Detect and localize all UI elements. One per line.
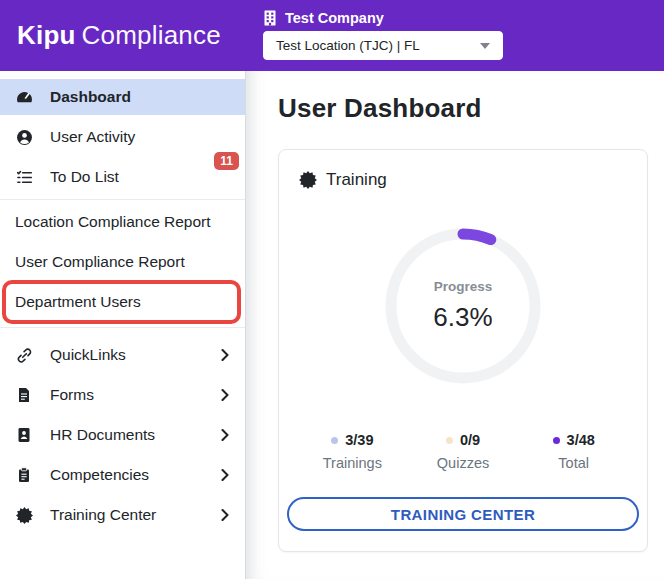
sidebar-divider (0, 199, 245, 200)
company-name: Test Company (285, 10, 384, 26)
link-icon (16, 346, 36, 364)
document-icon (16, 386, 36, 404)
sidebar-item-user-activity[interactable]: User Activity (0, 119, 245, 155)
sidebar-item-location-compliance-report[interactable]: Location Compliance Report (0, 204, 245, 240)
sidebar-divider (0, 327, 245, 328)
brand-kipu: Kipu (17, 20, 76, 50)
id-card-icon (16, 426, 36, 444)
training-card: Training Progress 6.3% (278, 149, 648, 552)
sidebar-item-label: To Do List (50, 168, 119, 186)
brand-compliance: Compliance (82, 20, 221, 50)
sidebar: Dashboard User Activity To Do List 11 Lo… (0, 71, 246, 579)
legend-value: 3/39 (345, 432, 373, 448)
sidebar-item-label: Department Users (15, 293, 141, 311)
location-selected-value: Test Location (TJC) | FL (276, 38, 480, 53)
location-select[interactable]: Test Location (TJC) | FL (263, 31, 503, 60)
legend-dot (553, 437, 560, 444)
seal-icon (299, 171, 317, 189)
chevron-right-icon (221, 469, 229, 481)
sidebar-item-label: Competencies (50, 466, 149, 484)
legend-top: 3/48 (553, 432, 595, 448)
sidebar-item-competencies[interactable]: Competencies (0, 457, 245, 493)
sidebar-item-label: QuickLinks (50, 346, 126, 364)
training-center-button[interactable]: TRAINING CENTER (287, 497, 639, 531)
legend-label: Total (558, 455, 589, 471)
company-row: Test Company (263, 8, 503, 28)
sidebar-item-user-compliance-report[interactable]: User Compliance Report (0, 244, 245, 280)
donut-center-text: Progress 6.3% (383, 226, 543, 386)
legend-label: Trainings (323, 455, 382, 471)
page-title: User Dashboard (278, 93, 648, 124)
sidebar-item-label: User Activity (50, 128, 135, 146)
legend-dot (446, 437, 453, 444)
sidebar-item-label: Training Center (50, 506, 156, 524)
sidebar-item-hr-documents[interactable]: HR Documents (0, 417, 245, 453)
training-card-header: Training (279, 150, 647, 190)
todo-count-badge: 11 (214, 152, 239, 170)
legend-label: Quizzes (437, 455, 489, 471)
legend-item-total: 3/48 Total (518, 432, 629, 471)
sidebar-item-label: Location Compliance Report (15, 213, 211, 231)
clipboard-icon (16, 466, 36, 484)
company-block: Test Company Test Location (TJC) | FL (263, 8, 503, 60)
main-content: User Dashboard Training Progress 6.3 (246, 71, 664, 579)
app-root: KipuCompliance Test Company Test Locatio… (0, 0, 664, 579)
gauge-icon (16, 88, 36, 106)
sidebar-item-to-do-list[interactable]: To Do List 11 (0, 159, 245, 195)
legend-value: 3/48 (567, 432, 595, 448)
legend-item-trainings: 3/39 Trainings (297, 432, 408, 471)
sidebar-item-label: User Compliance Report (15, 253, 185, 271)
chevron-down-icon (480, 43, 490, 49)
training-progress-donut: Progress 6.3% (383, 226, 543, 386)
legend-dot (331, 437, 338, 444)
chevron-right-icon (221, 429, 229, 441)
progress-value: 6.3% (433, 302, 492, 333)
training-legend: 3/39 Trainings 0/9 Quizzes (279, 432, 647, 471)
body-wrap: Dashboard User Activity To Do List 11 Lo… (0, 71, 664, 579)
legend-value: 0/9 (460, 432, 480, 448)
progress-label: Progress (434, 279, 493, 294)
chevron-right-icon (221, 509, 229, 521)
sidebar-item-dashboard[interactable]: Dashboard (0, 79, 245, 115)
sidebar-item-forms[interactable]: Forms (0, 377, 245, 413)
chevron-right-icon (221, 349, 229, 361)
training-card-title: Training (326, 170, 387, 190)
legend-item-quizzes: 0/9 Quizzes (408, 432, 519, 471)
person-circle-icon (16, 128, 36, 146)
sidebar-item-label: Dashboard (50, 88, 131, 106)
sidebar-item-label: HR Documents (50, 426, 155, 444)
sidebar-item-department-users[interactable]: Department Users (0, 284, 245, 320)
legend-top: 0/9 (446, 432, 480, 448)
building-icon (263, 10, 277, 26)
top-header: KipuCompliance Test Company Test Locatio… (0, 0, 664, 71)
seal-icon (16, 506, 36, 524)
legend-top: 3/39 (331, 432, 373, 448)
chevron-right-icon (221, 389, 229, 401)
sidebar-item-training-center[interactable]: Training Center (0, 497, 245, 533)
brand-logo[interactable]: KipuCompliance (17, 20, 221, 51)
sidebar-item-quicklinks[interactable]: QuickLinks (0, 337, 245, 373)
sidebar-item-label: Forms (50, 386, 94, 404)
task-list-icon (16, 168, 36, 186)
